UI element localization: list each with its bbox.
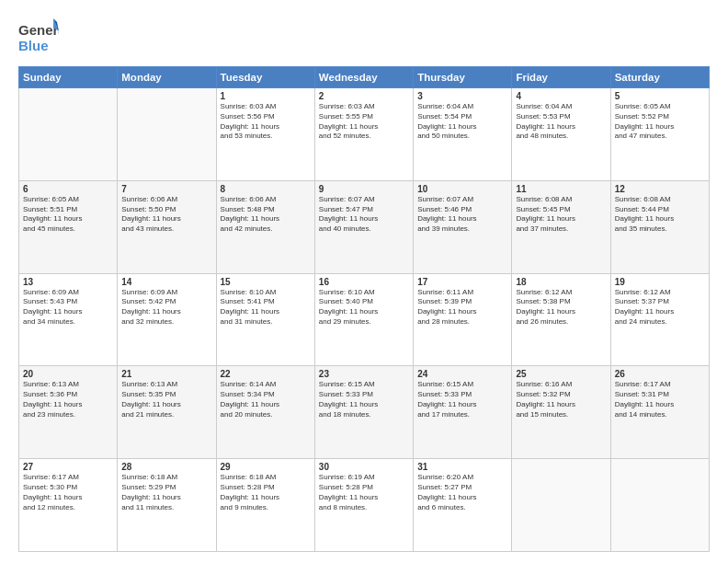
day-number: 22 (221, 369, 311, 379)
cell-info: Sunrise: 6:04 AM Sunset: 5:53 PM Dayligh… (516, 102, 606, 142)
calendar-cell: 16Sunrise: 6:10 AM Sunset: 5:40 PM Dayli… (314, 273, 413, 366)
page: General Blue SundayMondayTuesdayWednesda… (0, 0, 728, 563)
day-number: 21 (121, 369, 211, 379)
logo-container: General Blue (18, 18, 61, 59)
calendar-weekday-tuesday: Tuesday (216, 67, 314, 88)
cell-info: Sunrise: 6:17 AM Sunset: 5:30 PM Dayligh… (23, 473, 113, 512)
day-number: 4 (516, 91, 606, 101)
cell-info: Sunrise: 6:06 AM Sunset: 5:48 PM Dayligh… (221, 195, 311, 235)
cell-info: Sunrise: 6:05 AM Sunset: 5:52 PM Dayligh… (615, 102, 705, 142)
calendar-cell: 29Sunrise: 6:18 AM Sunset: 5:28 PM Dayli… (216, 459, 314, 552)
calendar-cell: 9Sunrise: 6:07 AM Sunset: 5:47 PM Daylig… (314, 180, 413, 273)
cell-info: Sunrise: 6:19 AM Sunset: 5:28 PM Dayligh… (319, 473, 409, 512)
calendar-cell: 11Sunrise: 6:08 AM Sunset: 5:45 PM Dayli… (512, 180, 610, 273)
calendar-week-row: 27Sunrise: 6:17 AM Sunset: 5:30 PM Dayli… (19, 459, 710, 552)
day-number: 16 (319, 277, 409, 287)
calendar-cell: 1Sunrise: 6:03 AM Sunset: 5:56 PM Daylig… (216, 88, 314, 181)
calendar-cell: 21Sunrise: 6:13 AM Sunset: 5:35 PM Dayli… (118, 366, 216, 459)
day-number: 6 (23, 184, 113, 194)
cell-info: Sunrise: 6:07 AM Sunset: 5:46 PM Dayligh… (417, 195, 507, 235)
day-number: 23 (319, 369, 409, 379)
calendar-cell: 7Sunrise: 6:06 AM Sunset: 5:50 PM Daylig… (118, 180, 216, 273)
cell-info: Sunrise: 6:05 AM Sunset: 5:51 PM Dayligh… (23, 195, 113, 235)
calendar-cell: 6Sunrise: 6:05 AM Sunset: 5:51 PM Daylig… (19, 180, 118, 273)
day-number: 29 (221, 462, 311, 472)
calendar-cell: 2Sunrise: 6:03 AM Sunset: 5:55 PM Daylig… (314, 88, 413, 181)
cell-info: Sunrise: 6:08 AM Sunset: 5:44 PM Dayligh… (615, 195, 705, 235)
calendar-weekday-sunday: Sunday (19, 67, 118, 88)
cell-info: Sunrise: 6:04 AM Sunset: 5:54 PM Dayligh… (417, 102, 507, 142)
logo: General Blue (18, 18, 61, 59)
day-number: 18 (516, 277, 606, 287)
cell-info: Sunrise: 6:03 AM Sunset: 5:56 PM Dayligh… (221, 102, 311, 142)
cell-info: Sunrise: 6:17 AM Sunset: 5:31 PM Dayligh… (615, 380, 705, 419)
calendar-weekday-saturday: Saturday (610, 67, 709, 88)
day-number: 5 (615, 91, 705, 101)
logo-svg: General Blue (18, 18, 59, 55)
cell-info: Sunrise: 6:08 AM Sunset: 5:45 PM Dayligh… (516, 195, 606, 235)
calendar-cell: 10Sunrise: 6:07 AM Sunset: 5:46 PM Dayli… (414, 180, 512, 273)
calendar-cell: 23Sunrise: 6:15 AM Sunset: 5:33 PM Dayli… (314, 366, 413, 459)
calendar-table: SundayMondayTuesdayWednesdayThursdayFrid… (18, 66, 710, 552)
day-number: 30 (319, 462, 409, 472)
day-number: 2 (319, 91, 409, 101)
calendar-cell: 12Sunrise: 6:08 AM Sunset: 5:44 PM Dayli… (610, 180, 709, 273)
header: General Blue (18, 15, 710, 59)
calendar-cell: 28Sunrise: 6:18 AM Sunset: 5:29 PM Dayli… (118, 459, 216, 552)
cell-info: Sunrise: 6:10 AM Sunset: 5:41 PM Dayligh… (221, 288, 311, 327)
cell-info: Sunrise: 6:15 AM Sunset: 5:33 PM Dayligh… (319, 380, 409, 419)
calendar-cell: 5Sunrise: 6:05 AM Sunset: 5:52 PM Daylig… (610, 88, 709, 181)
day-number: 3 (417, 91, 507, 101)
cell-info: Sunrise: 6:07 AM Sunset: 5:47 PM Dayligh… (319, 195, 409, 235)
calendar-week-row: 20Sunrise: 6:13 AM Sunset: 5:36 PM Dayli… (19, 366, 710, 459)
calendar-cell: 20Sunrise: 6:13 AM Sunset: 5:36 PM Dayli… (19, 366, 118, 459)
cell-info: Sunrise: 6:03 AM Sunset: 5:55 PM Dayligh… (319, 102, 409, 142)
calendar-cell: 30Sunrise: 6:19 AM Sunset: 5:28 PM Dayli… (314, 459, 413, 552)
calendar-cell: 18Sunrise: 6:12 AM Sunset: 5:38 PM Dayli… (512, 273, 610, 366)
calendar-cell: 13Sunrise: 6:09 AM Sunset: 5:43 PM Dayli… (19, 273, 118, 366)
day-number: 9 (319, 184, 409, 194)
cell-info: Sunrise: 6:18 AM Sunset: 5:29 PM Dayligh… (121, 473, 211, 512)
calendar-cell: 19Sunrise: 6:12 AM Sunset: 5:37 PM Dayli… (610, 273, 709, 366)
svg-text:General: General (18, 22, 59, 38)
calendar-cell: 15Sunrise: 6:10 AM Sunset: 5:41 PM Dayli… (216, 273, 314, 366)
calendar-weekday-friday: Friday (512, 67, 610, 88)
calendar-cell: 25Sunrise: 6:16 AM Sunset: 5:32 PM Dayli… (512, 366, 610, 459)
day-number: 19 (615, 277, 705, 287)
calendar-cell: 27Sunrise: 6:17 AM Sunset: 5:30 PM Dayli… (19, 459, 118, 552)
calendar-cell: 24Sunrise: 6:15 AM Sunset: 5:33 PM Dayli… (414, 366, 512, 459)
calendar-cell: 14Sunrise: 6:09 AM Sunset: 5:42 PM Dayli… (118, 273, 216, 366)
day-number: 13 (23, 277, 113, 287)
calendar-cell (19, 88, 118, 181)
calendar-week-row: 13Sunrise: 6:09 AM Sunset: 5:43 PM Dayli… (19, 273, 710, 366)
day-number: 12 (615, 184, 705, 194)
day-number: 26 (615, 369, 705, 379)
day-number: 27 (23, 462, 113, 472)
calendar-cell (610, 459, 709, 552)
day-number: 10 (417, 184, 507, 194)
day-number: 1 (221, 91, 311, 101)
cell-info: Sunrise: 6:12 AM Sunset: 5:37 PM Dayligh… (615, 288, 705, 327)
calendar-week-row: 1Sunrise: 6:03 AM Sunset: 5:56 PM Daylig… (19, 88, 710, 181)
calendar-weekday-thursday: Thursday (414, 67, 512, 88)
calendar-cell: 17Sunrise: 6:11 AM Sunset: 5:39 PM Dayli… (414, 273, 512, 366)
day-number: 24 (417, 369, 507, 379)
svg-text:Blue: Blue (18, 38, 49, 53)
day-number: 31 (417, 462, 507, 472)
calendar-cell: 22Sunrise: 6:14 AM Sunset: 5:34 PM Dayli… (216, 366, 314, 459)
day-number: 7 (121, 184, 211, 194)
calendar-header-row: SundayMondayTuesdayWednesdayThursdayFrid… (19, 67, 710, 88)
calendar-cell: 4Sunrise: 6:04 AM Sunset: 5:53 PM Daylig… (512, 88, 610, 181)
day-number: 11 (516, 184, 606, 194)
cell-info: Sunrise: 6:06 AM Sunset: 5:50 PM Dayligh… (121, 195, 211, 235)
cell-info: Sunrise: 6:14 AM Sunset: 5:34 PM Dayligh… (221, 380, 311, 419)
calendar-weekday-monday: Monday (118, 67, 216, 88)
day-number: 28 (121, 462, 211, 472)
cell-info: Sunrise: 6:18 AM Sunset: 5:28 PM Dayligh… (221, 473, 311, 512)
calendar-cell (118, 88, 216, 181)
cell-info: Sunrise: 6:16 AM Sunset: 5:32 PM Dayligh… (516, 380, 606, 419)
calendar-cell: 8Sunrise: 6:06 AM Sunset: 5:48 PM Daylig… (216, 180, 314, 273)
calendar-cell: 3Sunrise: 6:04 AM Sunset: 5:54 PM Daylig… (414, 88, 512, 181)
cell-info: Sunrise: 6:13 AM Sunset: 5:35 PM Dayligh… (121, 380, 211, 419)
cell-info: Sunrise: 6:10 AM Sunset: 5:40 PM Dayligh… (319, 288, 409, 327)
